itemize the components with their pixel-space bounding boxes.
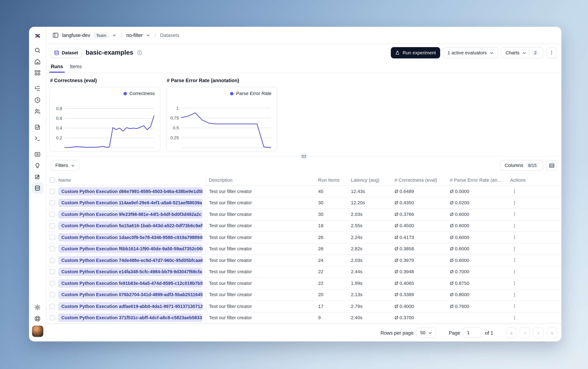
table-row[interactable]: Custom Python Execution f6bb1614-1f90-40…: [46, 243, 561, 255]
run-latency: 1.99s: [351, 281, 395, 286]
chevron-down-icon[interactable]: [112, 33, 117, 37]
table-row[interactable]: Custom Python Execution 371f531c-abff-4d…: [46, 312, 561, 324]
run-name-link[interactable]: Custom Python Execution adfae619-abb0-4d…: [58, 302, 203, 310]
row-actions-button[interactable]: [510, 222, 519, 230]
table-row[interactable]: Custom Python Execution fe91b83e-04a5-47…: [46, 278, 561, 289]
tab-items[interactable]: Items: [70, 64, 82, 73]
ideas-lightbulb-icon[interactable]: [32, 160, 43, 171]
support-lifebuoy-icon[interactable]: [32, 313, 43, 324]
row-checkbox[interactable]: [50, 281, 55, 286]
resize-drag-handle[interactable]: [300, 154, 307, 159]
row-actions-button[interactable]: [510, 210, 519, 219]
filters-button[interactable]: Filters: [51, 160, 79, 171]
row-actions-button[interactable]: [510, 268, 519, 276]
row-actions-button[interactable]: [510, 245, 519, 253]
column-header-parse-error[interactable]: # Parse Error Rate (an...: [450, 177, 506, 183]
run-name-link[interactable]: Custom Python Execution 371f531c-abff-4d…: [58, 314, 203, 322]
breadcrumb-section[interactable]: Datasets: [160, 32, 179, 38]
run-name-link[interactable]: Custom Python Execution 5a15a616-1bab-44…: [58, 222, 203, 230]
search-icon[interactable]: [32, 44, 43, 56]
sessions-clock-icon[interactable]: [32, 94, 43, 105]
column-header-latency[interactable]: Latency (avg): [351, 177, 395, 183]
row-actions-button[interactable]: [510, 187, 519, 195]
main-area: langfuse-dev Team / no-filter / Datasets…: [46, 27, 561, 341]
table-row[interactable]: Custom Python Execution 5a15a616-1bab-44…: [46, 220, 561, 232]
prev-page-button[interactable]: ‹: [519, 328, 530, 338]
row-checkbox[interactable]: [50, 200, 55, 205]
row-checkbox[interactable]: [50, 269, 55, 275]
table-row[interactable]: Custom Python Execution 114aa9ef-29e6-4e…: [46, 197, 561, 209]
prompts-icon[interactable]: [32, 121, 43, 133]
row-actions-button[interactable]: [510, 314, 519, 322]
run-name-link[interactable]: Custom Python Execution e14fa348-5cfc-49…: [58, 268, 203, 276]
table-row[interactable]: Custom Python Execution 076b2704-341d-48…: [46, 289, 561, 301]
table-header-row: Name Description Run Items Latency (avg)…: [46, 174, 561, 186]
row-checkbox[interactable]: [50, 189, 55, 194]
run-name-link[interactable]: Custom Python Execution 1daec0f9-5e78-43…: [58, 233, 203, 242]
playground-terminal-icon[interactable]: [32, 133, 43, 144]
column-header-description[interactable]: Description: [206, 177, 318, 183]
run-latency: 2.03s: [351, 212, 395, 217]
row-checkbox[interactable]: [50, 235, 55, 240]
page-input[interactable]: [463, 328, 482, 338]
tracing-icon[interactable]: [32, 83, 43, 94]
settings-gear-icon[interactable]: [32, 301, 43, 313]
row-height-button[interactable]: [546, 160, 557, 171]
run-name-link[interactable]: Custom Python Execution fe91b83e-04a5-47…: [58, 279, 203, 287]
columns-button[interactable]: Columns 8/15: [500, 160, 543, 171]
run-name-link[interactable]: Custom Python Execution 114aa9ef-29e6-4e…: [58, 199, 203, 207]
run-name-link[interactable]: Custom Python Execution 74de488e-ec9d-47…: [58, 256, 203, 264]
sidebar-toggle-icon[interactable]: [52, 32, 59, 39]
row-checkbox[interactable]: [50, 212, 55, 217]
row-actions-button[interactable]: [510, 291, 519, 299]
next-page-button[interactable]: ›: [533, 328, 544, 338]
run-name-link[interactable]: Custom Python Execution 9fe23f98-881e-44…: [58, 210, 203, 219]
run-experiment-button[interactable]: Run experiment: [391, 47, 440, 58]
breadcrumb-project[interactable]: no-filter: [126, 32, 143, 38]
annotation-queues-icon[interactable]: [32, 171, 43, 183]
column-header-name[interactable]: Name: [55, 174, 206, 185]
run-correctness: Ø 0.3389: [395, 292, 450, 297]
active-evaluators-button[interactable]: 1 active evaluators: [443, 47, 498, 58]
row-checkbox[interactable]: [50, 223, 55, 228]
row-checkbox[interactable]: [50, 315, 55, 320]
row-actions-button[interactable]: [510, 256, 519, 264]
evaluation-icon[interactable]: [32, 149, 43, 160]
column-header-correctness[interactable]: # Correctness (eval): [395, 177, 450, 183]
dashboards-icon[interactable]: [32, 67, 43, 78]
run-description: Test our filter creator: [206, 304, 318, 309]
select-all-checkbox[interactable]: [50, 177, 55, 183]
row-checkbox[interactable]: [50, 292, 55, 297]
user-avatar[interactable]: [32, 326, 43, 337]
table-row[interactable]: Custom Python Execution d66e7991-8595-45…: [46, 186, 561, 197]
row-actions-button[interactable]: [510, 302, 519, 310]
datasets-database-icon[interactable]: [32, 183, 43, 194]
table-row[interactable]: Custom Python Execution e14fa348-5cfc-49…: [46, 266, 561, 278]
chevron-down-icon[interactable]: [146, 33, 150, 37]
row-actions-button[interactable]: [510, 199, 519, 207]
tab-runs[interactable]: Runs: [51, 64, 63, 73]
table-row[interactable]: Custom Python Execution 9fe23f98-881e-44…: [46, 209, 561, 220]
run-name-link[interactable]: Custom Python Execution d66e7991-8595-45…: [58, 187, 203, 195]
rows-per-page-select[interactable]: 50: [416, 328, 436, 338]
breadcrumb-org[interactable]: langfuse-dev: [62, 32, 90, 38]
table-row[interactable]: Custom Python Execution 1daec0f9-5e78-43…: [46, 232, 561, 243]
more-actions-button[interactable]: [546, 47, 557, 58]
row-actions-button[interactable]: [510, 279, 519, 287]
row-checkbox[interactable]: [50, 246, 55, 252]
charts-button[interactable]: Charts 2: [501, 47, 543, 58]
first-page-button[interactable]: «: [506, 328, 517, 338]
users-icon[interactable]: [32, 105, 43, 117]
run-name-link[interactable]: Custom Python Execution 076b2704-341d-48…: [58, 291, 203, 299]
row-checkbox[interactable]: [50, 258, 55, 263]
run-items-count: 24: [318, 258, 351, 263]
info-icon[interactable]: [137, 50, 142, 55]
last-page-button[interactable]: »: [547, 328, 557, 338]
column-header-run-items[interactable]: Run Items: [318, 177, 351, 183]
run-name-link[interactable]: Custom Python Execution f6bb1614-1f90-40…: [58, 245, 203, 253]
row-checkbox[interactable]: [50, 304, 55, 309]
table-row[interactable]: Custom Python Execution adfae619-abb0-4d…: [46, 301, 561, 312]
table-row[interactable]: Custom Python Execution 74de488e-ec9d-47…: [46, 255, 561, 266]
home-icon[interactable]: [32, 56, 43, 67]
row-actions-button[interactable]: [510, 233, 519, 242]
